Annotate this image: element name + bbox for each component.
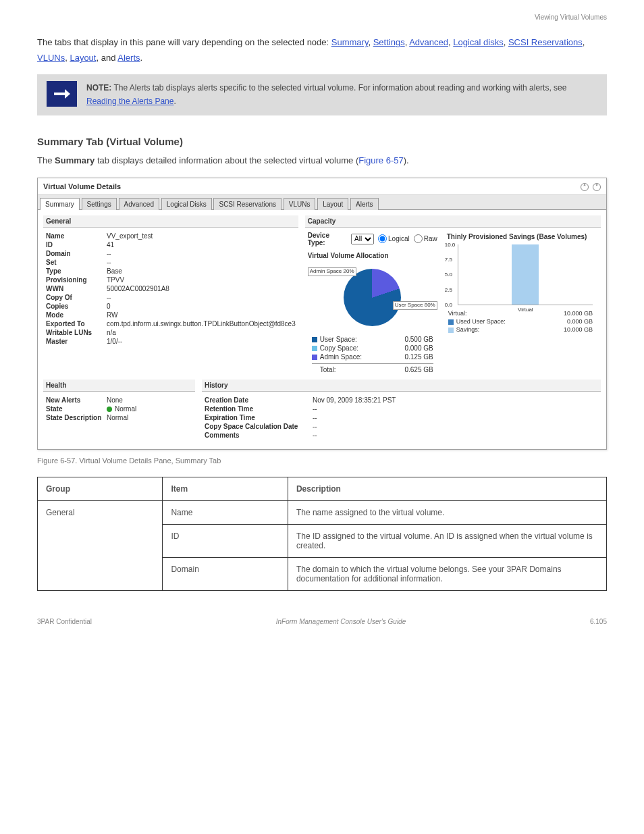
kv-val: Normal xyxy=(107,414,192,421)
kv-val: -- xyxy=(313,414,598,421)
definitions-table: Group Item Description GeneralNameThe na… xyxy=(37,477,607,591)
radio-logical[interactable]: Logical xyxy=(378,234,410,243)
tab-settings[interactable]: Settings xyxy=(82,198,117,210)
tab-logical-disks[interactable]: Logical Disks xyxy=(161,198,212,210)
summary-body-bold: Summary xyxy=(55,155,95,165)
kv-row: Comments-- xyxy=(205,431,598,440)
kv-key: Writable LUNs xyxy=(46,329,107,336)
kv-key: Mode xyxy=(46,311,107,319)
tab-layout[interactable]: Layout xyxy=(317,198,348,210)
figure-caption: Figure 6-57. Virtual Volume Details Pane… xyxy=(37,457,607,465)
cell-desc: The name assigned to the virtual volume. xyxy=(288,500,606,524)
kv-val: -- xyxy=(313,423,598,430)
kv-row: State DescriptionNormal xyxy=(46,413,192,422)
footer-left: 3PAR Confidential xyxy=(37,618,92,625)
kv-row: New AlertsNone xyxy=(46,396,192,405)
kv-val: -- xyxy=(107,259,296,266)
link-summary[interactable]: Summary xyxy=(331,37,369,47)
kv-row: StateNormal xyxy=(46,405,192,413)
kv-row: Copies0 xyxy=(46,302,296,311)
page-footer: 3PAR Confidential InForm Management Cons… xyxy=(37,618,607,625)
kv-row: WWN50002AC0002901A8 xyxy=(46,284,296,293)
swatch-user-icon xyxy=(312,337,317,342)
tab-vluns[interactable]: VLUNs xyxy=(284,198,316,210)
cell-item: Name xyxy=(163,500,288,524)
legend-user-val: 0.500 GB xyxy=(404,336,433,343)
kv-val: VV_export_test xyxy=(107,232,296,240)
bar-virtual xyxy=(512,244,539,305)
kv-key: Domain xyxy=(46,250,107,257)
link-layout[interactable]: Layout xyxy=(70,53,96,63)
link-settings[interactable]: Settings xyxy=(373,37,405,47)
legend-admin-val: 0.125 GB xyxy=(404,353,433,361)
footer-center: InForm Management Console User's Guide xyxy=(276,618,406,625)
kv-val: n/a xyxy=(107,329,296,336)
general-title: General xyxy=(43,215,298,228)
note-body: The Alerts tab displays alerts specific … xyxy=(111,83,566,93)
kv-row: Expiration Time-- xyxy=(205,413,598,422)
lead-text: The tabs that display in this pane will … xyxy=(37,37,331,47)
summary-body-1: The xyxy=(37,155,55,165)
kv-val: TPVV xyxy=(107,276,296,284)
capacity-title: Capacity xyxy=(305,215,601,228)
tabstrip: Summary Settings Advanced Logical Disks … xyxy=(38,195,606,210)
bl-savings-label: Savings: xyxy=(456,326,480,333)
link-advanced[interactable]: Advanced xyxy=(409,37,448,47)
allocation-legend: User Space:0.500 GB Copy Space:0.000 GB … xyxy=(305,335,440,374)
swatch-used-icon xyxy=(448,319,454,325)
summary-body-3: ). xyxy=(404,155,409,165)
link-logical-disks[interactable]: Logical disks xyxy=(453,37,503,47)
device-type-label: Device Type: xyxy=(308,232,347,246)
summary-figref: Figure 6-57 xyxy=(358,155,403,165)
note-text: NOTE: The Alerts tab displays alerts spe… xyxy=(86,81,597,109)
kv-val: None xyxy=(107,396,192,404)
kv-val: RW xyxy=(107,311,296,319)
kv-row: Set-- xyxy=(46,258,296,267)
th-desc: Description xyxy=(288,477,606,500)
kv-key: Copies xyxy=(46,303,107,310)
kv-val: 50002AC0002901A8 xyxy=(107,285,296,292)
kv-key: Name xyxy=(46,232,107,240)
note-link[interactable]: Reading the Alerts Pane xyxy=(86,97,173,106)
kv-key: Retention Time xyxy=(205,405,313,413)
cell-desc: The domain to which the virtual volume b… xyxy=(288,557,606,590)
running-header: Viewing Virtual Volumes xyxy=(37,14,607,21)
link-alerts[interactable]: Alerts xyxy=(117,53,140,63)
note-period: . xyxy=(173,97,176,106)
kv-key: WWN xyxy=(46,285,107,292)
kv-val: Nov 09, 2009 18:35:21 PST xyxy=(313,396,598,404)
swatch-savings-icon xyxy=(448,328,454,333)
note-bold: NOTE: xyxy=(86,83,111,93)
kv-val: 1/0/-- xyxy=(107,338,296,345)
allocation-pie: Admin Space 20% User Space 80% xyxy=(305,261,440,335)
table-row: GeneralNameThe name assigned to the virt… xyxy=(38,500,607,524)
radio-raw[interactable]: Raw xyxy=(414,234,437,243)
tab-scsi-reservations[interactable]: SCSI Reservations xyxy=(213,198,281,210)
collapse-up-icon[interactable]: ˄ xyxy=(581,183,589,191)
summary-heading: Summary Tab (Virtual Volume) xyxy=(37,136,607,147)
note-arrow-icon xyxy=(47,81,77,107)
kv-row: ModeRW xyxy=(46,311,296,319)
general-subpanel: General NameVV_export_testID41Domain--Se… xyxy=(43,215,298,374)
collapse-down-icon[interactable]: ˅ xyxy=(593,183,601,191)
link-vluns[interactable]: VLUNs xyxy=(37,53,65,63)
kv-row: Copy Space Calculation Date-- xyxy=(205,422,598,431)
tab-alerts[interactable]: Alerts xyxy=(350,198,379,210)
pie-chart-icon xyxy=(344,269,401,326)
device-type-select[interactable]: All xyxy=(351,234,374,244)
kv-key: Provisioning xyxy=(46,276,107,284)
kv-row: Retention Time-- xyxy=(205,405,598,413)
kv-key: New Alerts xyxy=(46,396,107,404)
legend-total-label: Total: xyxy=(312,366,336,373)
link-scsi[interactable]: SCSI Reservations xyxy=(508,37,583,47)
history-subpanel: History Creation DateNov 09, 2009 18:35:… xyxy=(202,380,601,444)
details-panel: Virtual Volume Details ˄ ˅ Summary Setti… xyxy=(37,178,607,450)
tab-advanced[interactable]: Advanced xyxy=(119,198,159,210)
tab-summary[interactable]: Summary xyxy=(40,198,80,210)
kv-key: Set xyxy=(46,259,107,266)
radio-raw-label: Raw xyxy=(424,235,437,242)
bl-savings-val: 10.000 GB xyxy=(564,326,593,333)
panel-window-icons: ˄ ˅ xyxy=(579,182,601,191)
kv-key: Creation Date xyxy=(205,396,313,404)
th-group: Group xyxy=(38,477,163,500)
